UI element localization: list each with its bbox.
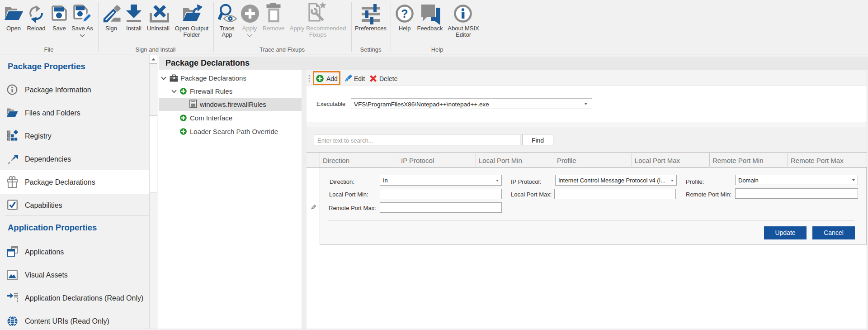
- svg-text:?: ?: [401, 7, 408, 20]
